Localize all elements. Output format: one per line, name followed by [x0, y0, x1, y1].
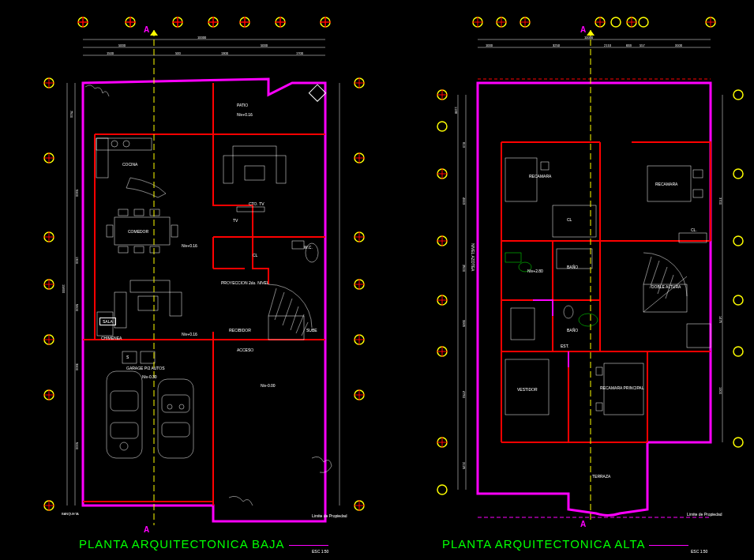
label-s: S [126, 355, 129, 359]
svg-rect-83 [130, 280, 170, 292]
svg-rect-75 [118, 209, 128, 216]
section-marker-a-bot-right: A [580, 520, 586, 528]
svg-rect-169 [693, 170, 703, 178]
svg-point-109 [167, 404, 172, 409]
svg-rect-94 [292, 241, 304, 249]
svg-line-95 [268, 288, 276, 316]
dim-w2-l: 5000 [261, 43, 268, 47]
svg-line-179 [643, 257, 651, 284]
section-marker-a-top-right: A [580, 25, 586, 34]
label-recamara-p: RECAMARA PRINCIPAL [600, 385, 643, 390]
svg-point-121 [639, 17, 648, 27]
svg-rect-86 [138, 296, 158, 310]
dim-rw1: 1000 [486, 43, 493, 47]
svg-point-131 [733, 90, 743, 100]
svg-rect-106 [158, 379, 193, 458]
dim-h1-l: 5900 [75, 190, 79, 197]
label-cl2-r: CL. [691, 227, 697, 232]
svg-point-136 [733, 438, 743, 447]
dim-rh3: 4663 [462, 197, 466, 205]
svg-rect-107 [162, 395, 189, 412]
label-bano1: BAÑO [567, 265, 578, 269]
svg-rect-82 [171, 225, 178, 237]
svg-point-72 [111, 141, 118, 147]
dim-rw5: 557 [640, 43, 645, 47]
svg-marker-114 [150, 30, 158, 36]
label-recibidor: RECIBIDOR [229, 328, 251, 333]
dim-w1-l: 5000 [118, 43, 126, 47]
svg-rect-84 [114, 292, 126, 328]
label-patio: PATIO [237, 103, 248, 107]
svg-rect-80 [150, 246, 159, 253]
label-ctotv: CTO. TV [249, 201, 264, 206]
dim-h2-l: 1300 [75, 257, 79, 264]
dim-htop-l: 7500 [69, 111, 73, 118]
label-patio-niv: Niv+0.16 [237, 112, 253, 117]
dim-w4-l: 500 [175, 51, 181, 55]
svg-line-99 [296, 314, 304, 333]
svg-rect-108 [162, 423, 189, 437]
title-planta-baja: PLANTA ARQUITECTONICA BAJA [79, 537, 328, 551]
floor-plan-canvas [0, 0, 754, 560]
label-comedor: COMEDOR [128, 229, 148, 234]
section-marker-a-top-left: A [144, 25, 149, 34]
svg-rect-171 [553, 205, 596, 237]
label-terraza: TERRAZA [592, 474, 610, 479]
dim-rh5: 3965 [462, 320, 466, 327]
svg-point-135 [733, 347, 743, 356]
svg-point-177 [579, 314, 598, 326]
svg-rect-90 [276, 156, 286, 183]
svg-marker-191 [587, 30, 595, 36]
svg-rect-81 [107, 225, 113, 237]
svg-point-176 [564, 306, 573, 318]
section-marker-a-bot-left: A [144, 525, 149, 534]
svg-rect-76 [134, 209, 144, 216]
dim-w6-l: 1700 [296, 51, 303, 55]
dim-h4-l: 3900 [75, 363, 79, 370]
label-comedor-niv: Niv+0.16 [182, 243, 197, 248]
svg-point-119 [611, 17, 621, 27]
dim-total-w-l: 10000 [197, 36, 206, 39]
dim-rw3: 2110 [604, 43, 611, 47]
label-recamara1: RECAMARA [529, 174, 551, 179]
svg-rect-88 [233, 146, 276, 156]
svg-point-110 [179, 404, 184, 409]
dim-rw4: 833 [626, 43, 632, 47]
svg-line-184 [643, 276, 687, 312]
svg-rect-170 [693, 190, 703, 197]
dim-w5-l: 1300 [221, 51, 228, 55]
label-recamara2: RECAMARA [655, 182, 677, 186]
label-niv-r: Niv+2.80 [527, 269, 543, 273]
svg-rect-79 [134, 246, 144, 253]
dim-rh1: 1188 [454, 107, 458, 114]
svg-rect-187 [596, 403, 602, 411]
svg-rect-111 [122, 351, 137, 363]
svg-rect-102 [107, 371, 142, 458]
svg-rect-77 [150, 209, 159, 216]
label-sala: SALA [99, 318, 116, 325]
svg-rect-70 [96, 138, 152, 150]
svg-point-73 [123, 141, 129, 147]
label-sube: SUBE [306, 328, 317, 333]
label-cl: CL [253, 253, 257, 257]
label-limite-right: Limite de Propiedad [687, 512, 722, 517]
svg-rect-104 [111, 423, 138, 438]
label-doble: DOBLE ALTURA [651, 284, 681, 289]
dim-rw6: 3100 [675, 43, 682, 47]
dim-rh8: 1900 [718, 387, 722, 394]
dim-rh4: 2500 [462, 265, 466, 272]
label-vestidor: VESTIDOR [517, 387, 538, 392]
dim-rw2: 3250 [553, 43, 560, 47]
dim-rh11: 2125 [462, 462, 466, 469]
label-sala-niv: Niv+0.16 [182, 332, 197, 336]
label-chimenea: CHIMENEA [101, 336, 122, 340]
dim-total-w-r: 10000 [584, 36, 593, 39]
svg-rect-71 [96, 138, 108, 178]
esc-right: ESC 1:50 [691, 549, 707, 554]
svg-rect-101 [268, 316, 304, 340]
label-wc: W.C. [304, 245, 313, 250]
svg-rect-85 [170, 292, 182, 316]
label-bano2: BAÑO [567, 328, 578, 333]
svg-rect-103 [111, 391, 138, 411]
label-azotea: NIVEL AZOTEA [471, 243, 475, 271]
